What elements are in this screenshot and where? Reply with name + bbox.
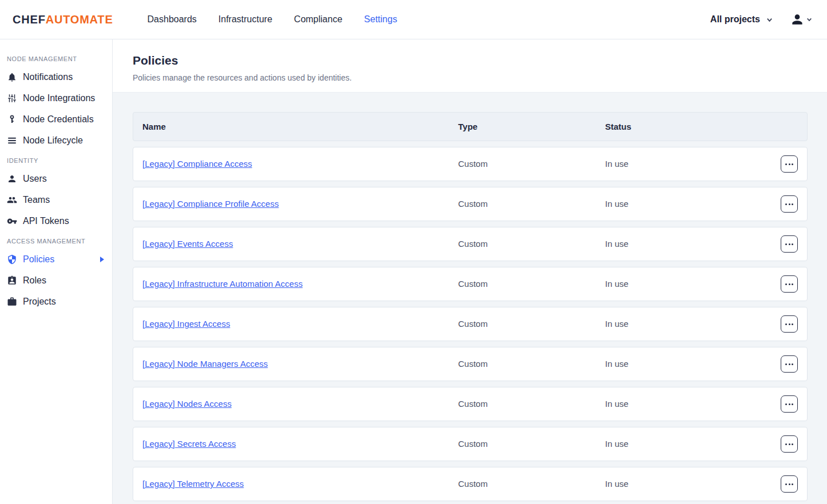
main-content: Policies Policies manage the resources a… [113,39,827,504]
policy-status: In use [605,159,629,169]
nav-item-settings[interactable]: Settings [364,14,397,25]
policies-table: Name Type Status [Legacy] Compliance Acc… [133,112,808,501]
ellipsis-icon [785,283,793,285]
policy-type: Custom [458,359,488,369]
policy-name-link[interactable]: [Legacy] Node Managers Access [142,359,268,369]
policy-status: In use [605,439,629,449]
sidebar-item-node-integrations[interactable]: Node Integrations [0,87,112,109]
sidebar-item-teams[interactable]: Teams [0,189,112,210]
bell-icon [7,72,17,82]
row-actions-button[interactable] [781,355,798,373]
list-icon [7,135,17,146]
sliders-icon [7,93,17,103]
chef-automate-logo[interactable]: CHEFAUTOMATE [13,13,113,26]
sidebar-item-notifications[interactable]: Notifications [0,66,112,87]
sidebar-item-label: Users [23,174,47,184]
policy-name-link[interactable]: [Legacy] Secrets Access [142,439,236,449]
policy-name-link[interactable]: [Legacy] Compliance Access [142,159,252,169]
policy-status: In use [605,239,629,249]
ellipsis-icon [785,483,793,485]
policy-name-link[interactable]: [Legacy] Nodes Access [142,399,232,409]
sidebar-item-label: Notifications [23,72,73,82]
row-actions-button[interactable] [781,195,798,213]
sidebar-section-title: NODE MANAGEMENT [0,55,112,62]
sidebar-item-label: Roles [23,275,46,286]
topbar-right-controls: All projects [710,12,812,27]
table-row: [Legacy] Ingest Access Custom In use [133,307,808,341]
policy-type: Custom [458,399,488,409]
policies-table-header: Name Type Status [133,112,808,141]
sidebar-item-label: Node Integrations [23,93,95,103]
vpn-key-icon [7,216,17,226]
nav-item-compliance[interactable]: Compliance [294,14,342,25]
ellipsis-icon [785,203,793,205]
user-menu-dropdown[interactable] [790,12,812,27]
person-icon [7,174,17,184]
sidebar-item-users[interactable]: Users [0,168,112,189]
row-actions-button[interactable] [781,315,798,333]
sidebar-item-node-credentials[interactable]: Node Credentials [0,109,112,130]
sidebar-item-policies[interactable]: Policies [0,249,112,270]
row-actions-button[interactable] [781,275,798,293]
row-actions-button[interactable] [781,435,798,453]
projects-filter-dropdown[interactable]: All projects [710,14,773,25]
table-row: [Legacy] Compliance Access Custom In use [133,147,808,181]
sidebar-item-label: Node Credentials [23,114,94,125]
column-header-type: Type [458,122,605,131]
policy-name-link[interactable]: [Legacy] Compliance Profile Access [142,199,279,209]
policy-name-link[interactable]: [Legacy] Infrastructure Automation Acces… [142,279,303,289]
sidebar-item-roles[interactable]: Roles [0,270,112,291]
policies-table-body: [Legacy] Compliance Access Custom In use… [133,147,808,501]
user-avatar-icon [790,12,805,27]
table-row: [Legacy] Events Access Custom In use [133,227,808,261]
logo-automate-text: AUTOMATE [46,13,113,26]
sidebar-section-title: ACCESS MANAGEMENT [0,238,112,245]
nav-item-dashboards[interactable]: Dashboards [148,14,197,25]
chevron-down-icon [766,17,773,23]
logo-chef-text: CHEF [13,13,46,26]
sidebar-item-node-lifecycle[interactable]: Node Lifecycle [0,130,112,151]
policy-type: Custom [458,439,488,449]
sidebar-item-api-tokens[interactable]: API Tokens [0,210,112,231]
top-navigation-bar: CHEFAUTOMATE Dashboards Infrastructure C… [0,0,827,39]
page-description: Policies manage the resources and action… [133,73,807,82]
policies-content: Name Type Status [Legacy] Compliance Acc… [113,93,827,501]
column-header-name: Name [133,122,458,131]
table-row: [Legacy] Node Managers Access Custom In … [133,347,808,381]
chevron-down-icon [806,17,812,22]
policy-name-link[interactable]: [Legacy] Ingest Access [142,319,230,329]
policy-type: Custom [458,479,488,489]
row-actions-button[interactable] [781,475,798,493]
key-icon [7,114,17,125]
row-actions-button[interactable] [781,395,798,413]
sidebar-section-title: IDENTITY [0,157,112,164]
triangle-right-icon[interactable] [100,257,104,262]
sidebar-section-node-management: NODE MANAGEMENT Notifications Node Integ… [0,55,112,151]
table-row: [Legacy] Infrastructure Automation Acces… [133,267,808,301]
policy-name-link[interactable]: [Legacy] Telemetry Access [142,479,244,489]
policy-status: In use [605,279,629,289]
nav-item-infrastructure[interactable]: Infrastructure [218,14,272,25]
policy-type: Custom [458,199,488,209]
sidebar-item-label: Node Lifecycle [23,135,83,146]
briefcase-icon [7,297,17,307]
group-icon [7,195,17,205]
sidebar-item-label: API Tokens [23,216,69,226]
shield-icon [7,254,17,265]
row-actions-button[interactable] [781,235,798,253]
sidebar-item-projects[interactable]: Projects [0,291,112,312]
sidebar-item-label: Teams [23,195,50,205]
sidebar-item-label: Projects [23,297,56,307]
row-actions-button[interactable] [781,155,798,173]
ellipsis-icon [785,403,793,405]
table-row: [Legacy] Secrets Access Custom In use [133,427,808,461]
table-row: [Legacy] Compliance Profile Access Custo… [133,187,808,221]
badge-icon [7,275,17,286]
policy-type: Custom [458,279,488,289]
page-header: Policies Policies manage the resources a… [113,39,827,93]
policy-name-link[interactable]: [Legacy] Events Access [142,239,233,249]
policy-status: In use [605,199,629,209]
projects-filter-label: All projects [710,14,760,25]
page-title: Policies [133,54,807,67]
policy-status: In use [605,399,629,409]
